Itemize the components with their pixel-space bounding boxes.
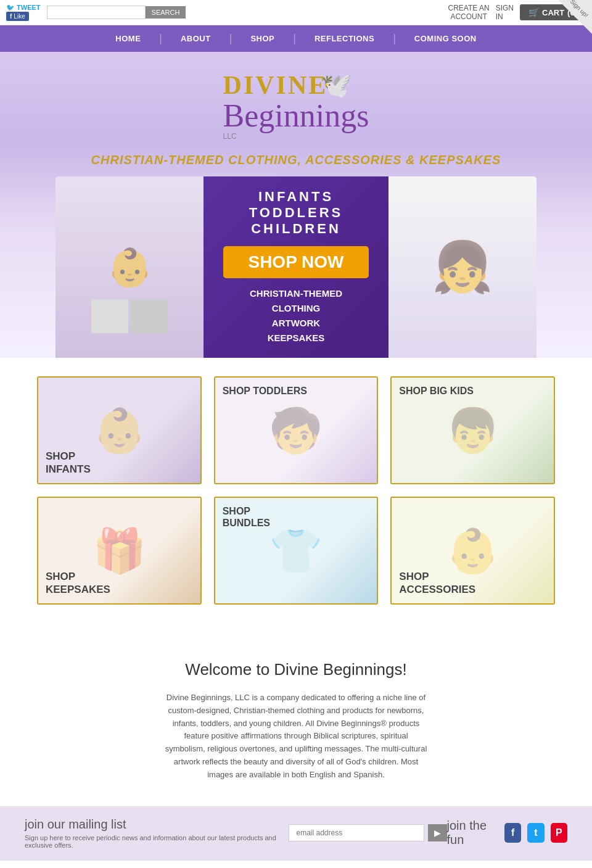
logo-beginnings: Beginnings bbox=[223, 100, 369, 132]
banner-left: 👶 bbox=[56, 176, 204, 358]
nav-reflections[interactable]: REFLECTIONS bbox=[296, 25, 393, 52]
footer: OUR COMMITMENT About Us INFORMATION Term… bbox=[0, 860, 592, 868]
banner-subtitle: CHRISTIAN-THEMED CLOTHING ARTWORK KEEPSA… bbox=[250, 286, 342, 345]
shop-infants-label: SHOPINFANTS bbox=[46, 450, 91, 476]
banner-right: 👧 bbox=[388, 176, 536, 358]
search-btn-label: SEARCH bbox=[152, 9, 180, 16]
create-account-line1: CREATE AN bbox=[448, 4, 490, 12]
keepsakes-image: 🎁 bbox=[92, 526, 146, 576]
shop-accessories-label: SHOPACCESSORIES bbox=[399, 571, 475, 596]
banner-infant-image: 👶 bbox=[107, 246, 153, 289]
cart-label: CART bbox=[542, 8, 564, 17]
fb-like-label: Like bbox=[14, 13, 25, 20]
welcome-text: Divine Beginnings, LLC is a company dedi… bbox=[163, 692, 429, 782]
hero-section: DIVINE 🕊️ Beginnings LLC Christian-Theme… bbox=[0, 52, 592, 358]
mailing-submit-icon: ▶ bbox=[434, 828, 441, 838]
twitter-social-button[interactable]: t bbox=[527, 823, 544, 843]
bundles-image: 👕 bbox=[269, 526, 323, 576]
mailing-submit-button[interactable]: ▶ bbox=[428, 824, 447, 841]
welcome-section: Welcome to Divine Beginnings! Divine Beg… bbox=[0, 635, 592, 806]
sign-in-line1: SIGN bbox=[496, 4, 514, 12]
logo-area: DIVINE 🕊️ Beginnings LLC bbox=[0, 64, 592, 147]
mailing-email-input[interactable] bbox=[289, 824, 424, 841]
social-tweet-fb: 🐦 TWEET Like bbox=[6, 4, 41, 21]
logo-bird-icon: 🕊️ bbox=[321, 71, 352, 100]
shop-grid-row1: 👶 SHOPINFANTS 🧒 SHOP TODDLERS 👦 SHOP BIG… bbox=[37, 376, 555, 484]
mailing-subtitle: Sign up here to receive periodic news an… bbox=[25, 834, 289, 849]
tweet-icon: 🐦 bbox=[6, 4, 15, 11]
shop-grid-row2: 🎁 SHOPKEEPSAKES 👕 SHOPBUNDLES 👶 SHOPACCE… bbox=[37, 497, 555, 605]
create-account-line2: ACCOUNT bbox=[450, 12, 487, 21]
accessories-image: 👶 bbox=[446, 526, 500, 576]
search-input[interactable] bbox=[47, 6, 146, 19]
banner-product-images bbox=[62, 299, 197, 333]
mailing-title: join our mailing list bbox=[25, 817, 289, 832]
tweet-link[interactable]: 🐦 TWEET bbox=[6, 4, 41, 12]
shop-toddlers-card[interactable]: 🧒 SHOP TODDLERS bbox=[214, 376, 379, 484]
logo-llc: LLC bbox=[223, 132, 369, 141]
facebook-social-button[interactable]: f bbox=[504, 823, 521, 843]
shop-keepsakes-card[interactable]: 🎁 SHOPKEEPSAKES bbox=[37, 497, 202, 605]
tweet-label: TWEET bbox=[17, 4, 41, 11]
nav-shop[interactable]: SHOP bbox=[232, 25, 293, 52]
join-fun-text: join the fun bbox=[447, 819, 499, 847]
sign-in-line2: IN bbox=[496, 12, 503, 21]
sign-in-link[interactable]: SIGN IN bbox=[496, 4, 514, 21]
mailing-section: join our mailing list Sign up here to re… bbox=[0, 806, 592, 860]
banner-child-image: 👧 bbox=[432, 238, 493, 296]
banner-audiences: INFANTS TODDLERS CHILDREN bbox=[216, 189, 376, 237]
cart-icon: 🛒 bbox=[528, 7, 539, 17]
mailing-form: ▶ bbox=[289, 824, 447, 841]
pinterest-social-button[interactable]: P bbox=[551, 823, 567, 843]
shop-bigkids-label: SHOP BIG KIDS bbox=[399, 385, 474, 397]
mailing-right: join the fun f t P bbox=[447, 819, 567, 847]
mailing-left: join our mailing list Sign up here to re… bbox=[25, 817, 289, 849]
shop-bundles-label: SHOPBUNDLES bbox=[223, 505, 270, 529]
hero-banner: 👶 INFANTS TODDLERS CHILDREN SHOP NOW CHR… bbox=[56, 176, 536, 358]
banner-center: INFANTS TODDLERS CHILDREN SHOP NOW CHRIS… bbox=[204, 176, 388, 358]
create-account-link[interactable]: CREATE AN ACCOUNT bbox=[448, 4, 490, 21]
shop-now-button[interactable]: SHOP NOW bbox=[223, 246, 368, 278]
search-form: SEARCH bbox=[47, 6, 186, 19]
main-nav: HOME | ABOUT | SHOP | REFLECTIONS | COMI… bbox=[0, 25, 592, 52]
shop-infants-card[interactable]: 👶 SHOPINFANTS bbox=[37, 376, 202, 484]
tagline: Christian-Themed Clothing, Accessories &… bbox=[0, 147, 592, 176]
nav-home[interactable]: HOME bbox=[97, 25, 159, 52]
logo-divine: DIVINE bbox=[223, 70, 328, 100]
nav-about[interactable]: ABOUT bbox=[162, 25, 229, 52]
search-button[interactable]: SEARCH bbox=[146, 6, 186, 19]
fb-like-button[interactable]: Like bbox=[6, 12, 29, 21]
welcome-title: Welcome to Divine Beginnings! bbox=[12, 660, 580, 679]
top-bar: 🐦 TWEET Like SEARCH CREATE AN ACCOUNT SI… bbox=[0, 0, 592, 25]
infants-image: 👶 bbox=[92, 405, 146, 456]
shop-toddlers-label: SHOP TODDLERS bbox=[223, 385, 307, 397]
shop-grid-section: 👶 SHOPINFANTS 🧒 SHOP TODDLERS 👦 SHOP BIG… bbox=[0, 358, 592, 635]
bigkids-image: 👦 bbox=[446, 405, 500, 456]
nav-coming-soon[interactable]: COMING SOON bbox=[396, 25, 495, 52]
shop-bigkids-card[interactable]: 👦 SHOP BIG KIDS bbox=[390, 376, 555, 484]
shop-accessories-card[interactable]: 👶 SHOPACCESSORIES bbox=[390, 497, 555, 605]
shop-bundles-card[interactable]: 👕 SHOPBUNDLES bbox=[214, 497, 379, 605]
toddlers-image: 🧒 bbox=[269, 405, 323, 456]
shop-keepsakes-label: SHOPKEEPSAKES bbox=[46, 571, 110, 596]
